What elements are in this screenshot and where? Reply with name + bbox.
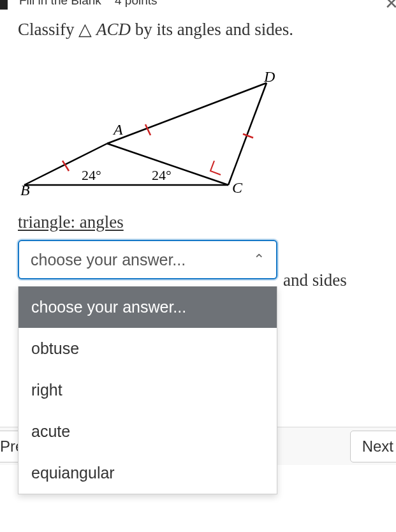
dropdown-selected-text: choose your answer...	[31, 251, 186, 269]
question-prefix: Classify	[18, 20, 78, 39]
answer-prompt-label: triangle: angles	[18, 212, 375, 232]
triangle-diagram: B A C D 24° 24°	[18, 64, 286, 204]
vertex-c-label: C	[232, 179, 243, 196]
chevron-up-icon: ⌃	[253, 251, 265, 268]
svg-line-7	[243, 134, 253, 138]
question-type-label: Fill in the Blank	[19, 0, 101, 7]
angles-dropdown[interactable]: choose your answer... ⌃	[18, 240, 277, 279]
question-meta: Fill in the Blank 4 points	[19, 0, 158, 8]
svg-line-3	[228, 83, 267, 185]
next-button[interactable]: Next	[350, 431, 396, 462]
dropdown-option-acute[interactable]: acute	[18, 411, 277, 452]
question-suffix: by its angles and sides.	[131, 20, 293, 39]
vertex-d-label: D	[263, 68, 275, 85]
vertex-b-label: B	[20, 182, 30, 198]
svg-line-2	[107, 83, 267, 144]
dropdown-option-right[interactable]: right	[18, 369, 277, 411]
close-icon[interactable]: ✕	[385, 0, 396, 13]
angle-dac-label: 24°	[152, 167, 172, 183]
question-text: Classify △ ACD by its angles and sides.	[18, 19, 293, 40]
dropdown-option-obtuse[interactable]: obtuse	[18, 328, 277, 369]
angles-dropdown-list: choose your answer... obtuse right acute…	[18, 286, 277, 494]
dark-side-bar	[0, 0, 8, 10]
angle-bac-label: 24°	[82, 167, 101, 183]
vertex-a-label: A	[112, 121, 123, 138]
triangle-name: ACD	[96, 20, 131, 39]
svg-line-6	[145, 124, 150, 135]
dropdown-option-placeholder[interactable]: choose your answer...	[18, 286, 277, 328]
points-label: 4 points	[115, 0, 158, 7]
dropdown-option-equiangular[interactable]: equiangular	[18, 452, 277, 494]
trailing-text: and sides	[283, 270, 347, 290]
